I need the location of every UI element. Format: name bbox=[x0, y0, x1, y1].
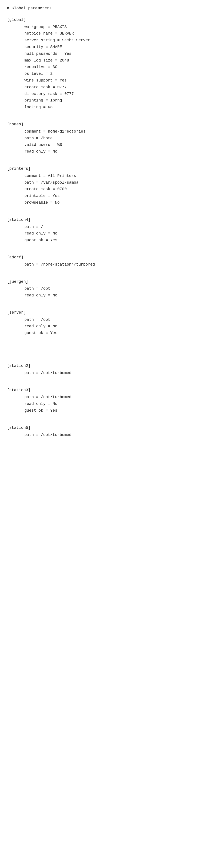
section-header-juergen: [juergen] bbox=[7, 279, 202, 285]
section-homes: [homes] comment = home‑directories path … bbox=[7, 121, 202, 155]
section-station5: [station5] path = /opt/turbomed bbox=[7, 425, 202, 438]
param-locking: locking = No bbox=[7, 104, 202, 111]
param-netbios-name: netbios name = SERVER bbox=[7, 30, 202, 37]
param-juergen-path: path = /opt bbox=[7, 285, 202, 292]
param-printers-printable: printable = Yes bbox=[7, 193, 202, 199]
param-printing: printing = lprng bbox=[7, 97, 202, 104]
param-station2-path: path = /opt/turbomed bbox=[7, 370, 202, 376]
param-homes-comment: comment = home‑directories bbox=[7, 128, 202, 135]
section-printers: [printers] comment = All Printers path =… bbox=[7, 165, 202, 206]
param-wins-support: wins support = Yes bbox=[7, 78, 202, 84]
section-juergen: [juergen] path = /opt read only = No bbox=[7, 279, 202, 299]
param-station3-guest-ok: guest ok = Yes bbox=[7, 407, 202, 414]
param-homes-valid-users: valid users = %S bbox=[7, 142, 202, 148]
param-null-passwords: null passwords = Yes bbox=[7, 51, 202, 57]
section-server: [server] path = /opt read only = No gues… bbox=[7, 309, 202, 336]
param-printers-comment: comment = All Printers bbox=[7, 173, 202, 179]
param-printers-browseable: browseable = No bbox=[7, 199, 202, 206]
param-station3-path: path = /opt/turbomed bbox=[7, 394, 202, 400]
comment-line: # Global parameters bbox=[7, 5, 202, 11]
param-station4-guest-ok: guest ok = Yes bbox=[7, 237, 202, 243]
param-security: security = SHARE bbox=[7, 44, 202, 50]
section-global: [global] workgroup = PRAXIS netbios name… bbox=[7, 17, 202, 111]
section-header-adorf: [adorf] bbox=[7, 254, 202, 260]
param-server-guest-ok: guest ok = Yes bbox=[7, 330, 202, 336]
param-juergen-read-only: read only = No bbox=[7, 292, 202, 299]
param-homes-path: path = /home bbox=[7, 135, 202, 142]
param-station4-path: path = / bbox=[7, 224, 202, 230]
config-file: # Global parameters [global] workgroup =… bbox=[7, 5, 202, 438]
param-workgroup: workgroup = PRAXIS bbox=[7, 24, 202, 30]
section-header-station5: [station5] bbox=[7, 425, 202, 431]
param-adorf-path: path = /home/station4/turbomed bbox=[7, 261, 202, 268]
section-header-server: [server] bbox=[7, 309, 202, 316]
section-header-homes: [homes] bbox=[7, 121, 202, 128]
param-server-string: server string = Samba Server bbox=[7, 37, 202, 43]
param-printers-create-mask: create mask = 0700 bbox=[7, 186, 202, 192]
section-header-station4: [station4] bbox=[7, 217, 202, 223]
param-os-level: os level = 2 bbox=[7, 71, 202, 77]
param-server-path: path = /opt bbox=[7, 317, 202, 323]
param-server-read-only: read only = No bbox=[7, 323, 202, 330]
param-max-log-size: max log size = 2048 bbox=[7, 57, 202, 64]
param-station4-read-only: read only = No bbox=[7, 230, 202, 237]
param-station3-read-only: read only = No bbox=[7, 401, 202, 407]
param-printers-path: path = /var/spool/samba bbox=[7, 180, 202, 186]
section-station2: [station2] path = /opt/turbomed bbox=[7, 363, 202, 376]
param-keepalive: keepalive = 30 bbox=[7, 64, 202, 70]
section-header-station2: [station2] bbox=[7, 363, 202, 369]
section-header-printers: [printers] bbox=[7, 165, 202, 172]
param-directory-mask: directory mask = 0777 bbox=[7, 91, 202, 97]
section-header-global: [global] bbox=[7, 17, 202, 23]
section-header-station3: [station3] bbox=[7, 387, 202, 393]
param-station5-path: path = /opt/turbomed bbox=[7, 432, 202, 438]
section-station3: [station3] path = /opt/turbomed read onl… bbox=[7, 387, 202, 414]
param-create-mask: create mask = 0777 bbox=[7, 84, 202, 90]
section-station4: [station4] path = / read only = No guest… bbox=[7, 217, 202, 243]
param-homes-read-only: read only = No bbox=[7, 149, 202, 155]
section-adorf: [adorf] path = /home/station4/turbomed bbox=[7, 254, 202, 268]
